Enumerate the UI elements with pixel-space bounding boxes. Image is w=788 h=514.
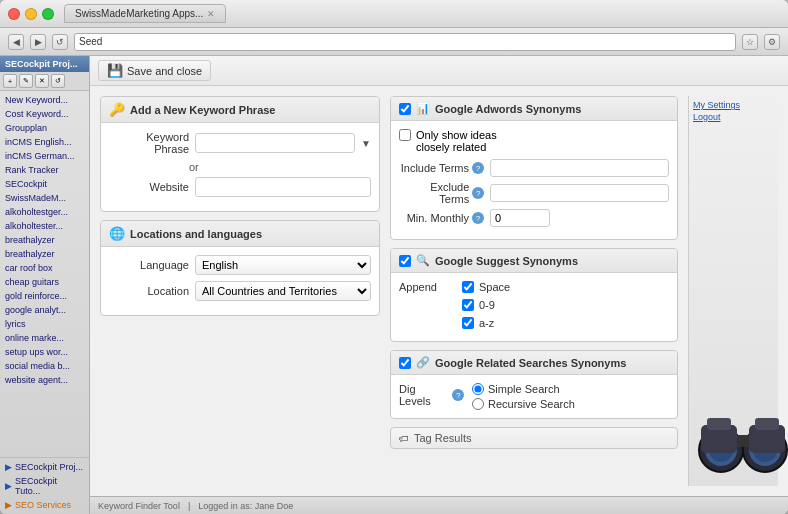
simple-search-label: Simple Search (488, 383, 560, 395)
related-checkbox[interactable] (399, 357, 411, 369)
location-label: Location (109, 285, 189, 297)
include-terms-label-col: Include Terms ? (399, 162, 484, 174)
sidebar-footer-item-2[interactable]: ▶ SEO Services (0, 498, 89, 512)
svg-rect-12 (755, 418, 779, 430)
sidebar-item-13[interactable]: cheap guitars (0, 275, 89, 289)
locations-body: Language English Location All Countries … (101, 247, 379, 315)
sidebar-item-12[interactable]: car roof box (0, 261, 89, 275)
append-az-row: a-z (462, 317, 510, 329)
dig-levels-help-icon[interactable]: ? (452, 389, 464, 401)
include-terms-label: Include Terms (401, 162, 469, 174)
locations-header: 🌐 Locations and languages (101, 221, 379, 247)
tab-close-icon[interactable]: ✕ (207, 9, 215, 19)
location-select[interactable]: All Countries and Territories (195, 281, 371, 301)
sidebar-item-20[interactable]: website agent... (0, 373, 89, 387)
website-input[interactable] (195, 177, 371, 197)
sidebar-item-1[interactable]: Cost Keyword... (0, 107, 89, 121)
sidebar-item-2[interactable]: Groupplan (0, 121, 89, 135)
bookmark-button[interactable]: ☆ (742, 34, 758, 50)
content-area: 🔑 Add a New Keyword Phrase Keyword Phras… (90, 86, 788, 496)
sidebar-item-3[interactable]: inCMS English... (0, 135, 89, 149)
sidebar-item-7[interactable]: SwissMadeM... (0, 191, 89, 205)
sidebar-items-list: New Keyword... Cost Keyword... Groupplan… (0, 91, 89, 457)
binoculars-decoration (693, 210, 774, 482)
language-select[interactable]: English (195, 255, 371, 275)
minimize-button[interactable] (25, 8, 37, 20)
min-monthly-help-icon[interactable]: ? (472, 212, 484, 224)
locations-section: 🌐 Locations and languages Language Engli… (100, 220, 380, 316)
website-label: Website (109, 181, 189, 193)
append-09-row: 0-9 (462, 299, 510, 311)
suggest-body: Append Space 0-9 (391, 273, 677, 341)
forward-button[interactable]: ▶ (30, 34, 46, 50)
append-az-checkbox[interactable] (462, 317, 474, 329)
include-terms-input[interactable] (490, 159, 669, 177)
sidebar-item-17[interactable]: online marke... (0, 331, 89, 345)
sidebar-item-0[interactable]: New Keyword... (0, 93, 89, 107)
save-icon: 💾 (107, 63, 123, 78)
sidebar-item-16[interactable]: lyrics (0, 317, 89, 331)
settings-button[interactable]: ⚙ (764, 34, 780, 50)
recursive-search-label: Recursive Search (488, 398, 575, 410)
sidebar-item-19[interactable]: social media b... (0, 359, 89, 373)
footer-icon-2: ▶ (5, 500, 12, 510)
related-header: 🔗 Google Related Searches Synonyms (391, 351, 677, 375)
logout-link[interactable]: Logout (693, 112, 774, 122)
tag-results-bar: 🏷 Tag Results (390, 427, 678, 449)
append-space-checkbox[interactable] (462, 281, 474, 293)
browser-tab[interactable]: SwissMadeMarketing Apps... ✕ (64, 4, 226, 23)
left-panel: 🔑 Add a New Keyword Phrase Keyword Phras… (100, 96, 380, 486)
related-body: Dig Levels ? Simple Search (391, 375, 677, 418)
append-09-checkbox[interactable] (462, 299, 474, 311)
sidebar-item-15[interactable]: google analyt... (0, 303, 89, 317)
my-settings-link[interactable]: My Settings (693, 100, 774, 110)
adwords-checkbox[interactable] (399, 103, 411, 115)
adwords-section: 📊 Google Adwords Synonyms Only show idea… (390, 96, 678, 240)
adwords-header: 📊 Google Adwords Synonyms (391, 97, 677, 121)
sidebar-delete-btn[interactable]: ✕ (35, 74, 49, 88)
traffic-lights (8, 8, 54, 20)
closely-related-labels: Only show ideas closely related (416, 129, 497, 153)
sidebar-footer-item-0[interactable]: ▶ SECockpit Proj... (0, 460, 89, 474)
close-button[interactable] (8, 8, 20, 20)
sidebar-item-5[interactable]: Rank Tracker (0, 163, 89, 177)
locations-title: Locations and languages (130, 228, 262, 240)
sidebar-header: SECockpit Proj... (0, 56, 89, 72)
sidebar-edit-btn[interactable]: ✎ (19, 74, 33, 88)
sidebar-item-18[interactable]: setup ups wor... (0, 345, 89, 359)
sidebar-footer-item-1[interactable]: ▶ SECockpit Tuto... (0, 474, 89, 498)
keyword-phrase-input[interactable] (195, 133, 355, 153)
exclude-terms-help-icon[interactable]: ? (472, 187, 484, 199)
min-monthly-input[interactable]: 0 (490, 209, 550, 227)
sidebar-refresh-btn[interactable]: ↺ (51, 74, 65, 88)
exclude-terms-input[interactable] (490, 184, 669, 202)
refresh-button[interactable]: ↺ (52, 34, 68, 50)
append-space-label: Space (479, 281, 510, 293)
min-monthly-label: Min. Monthly (407, 212, 469, 224)
footer-icon-1: ▶ (5, 481, 12, 491)
dig-levels-row: Dig Levels ? Simple Search (399, 383, 669, 410)
status-separator: | (188, 501, 190, 511)
sidebar-item-9[interactable]: alkoholtester... (0, 219, 89, 233)
sidebar-item-14[interactable]: gold reinforce... (0, 289, 89, 303)
keyword-dropdown-arrow[interactable]: ▼ (361, 138, 371, 149)
include-terms-help-icon[interactable]: ? (472, 162, 484, 174)
back-button[interactable]: ◀ (8, 34, 24, 50)
sidebar-item-4[interactable]: inCMS German... (0, 149, 89, 163)
sidebar-add-btn[interactable]: + (3, 74, 17, 88)
sidebar-item-6[interactable]: SECockpit (0, 177, 89, 191)
recursive-search-radio[interactable] (472, 398, 484, 410)
browser-tabs: SwissMadeMarketing Apps... ✕ (64, 4, 780, 23)
sidebar-item-8[interactable]: alkoholtestger... (0, 205, 89, 219)
append-az-label: a-z (479, 317, 494, 329)
save-close-button[interactable]: 💾 Save and close (98, 60, 211, 81)
closely-related-checkbox[interactable] (399, 129, 411, 141)
exclude-terms-label-col: Exclude Terms ? (399, 181, 484, 205)
suggest-checkbox[interactable] (399, 255, 411, 267)
simple-search-radio[interactable] (472, 383, 484, 395)
sidebar-item-10[interactable]: breathalyzer (0, 233, 89, 247)
maximize-button[interactable] (42, 8, 54, 20)
address-bar[interactable] (74, 33, 736, 51)
browser-body: SECockpit Proj... + ✎ ✕ ↺ New Keyword...… (0, 56, 788, 514)
sidebar-item-11[interactable]: breathalyzer (0, 247, 89, 261)
